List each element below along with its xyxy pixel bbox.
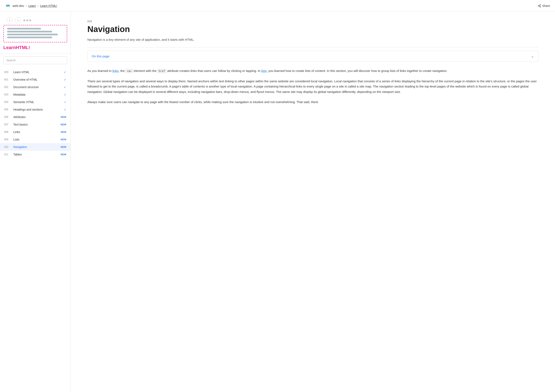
nav-item-left-007: 007Text basics xyxy=(4,123,28,126)
breadcrumb-nav: web.dev › Learn › Learn HTML! xyxy=(5,3,57,9)
breadcrumb-learn[interactable]: Learn xyxy=(29,4,36,7)
check-icon-005: ✓ xyxy=(64,108,66,111)
webdev-logo-icon[interactable] xyxy=(5,3,11,9)
dot-3 xyxy=(29,19,31,21)
search-input[interactable] xyxy=(3,56,67,64)
nav-item-left-004: 004Semantic HTML xyxy=(4,100,34,104)
sidebar-title-colored: HTML! xyxy=(16,45,30,50)
hero-line-3 xyxy=(7,34,58,35)
nav-num-008: 008 xyxy=(4,130,10,133)
back-button[interactable]: ‹ xyxy=(7,17,13,23)
nav-item-000[interactable]: 000Learn HTML✓ xyxy=(0,68,71,76)
hero-line-1 xyxy=(7,28,41,29)
nav-item-left-006: 006Attributes xyxy=(4,115,26,119)
content-para-1: As you learned in links, the <a> element… xyxy=(87,68,538,74)
a-code: <a> xyxy=(125,69,133,73)
nav-label-002: Document structure xyxy=(13,86,39,89)
svg-point-1 xyxy=(538,5,539,6)
on-this-page-toggle[interactable]: On this page ⌄ xyxy=(87,51,538,62)
nav-label-010: Navigation xyxy=(13,145,27,149)
site-name[interactable]: web.dev xyxy=(13,4,24,7)
svg-point-2 xyxy=(540,6,541,7)
content-para-3: Always make sure users can navigate to a… xyxy=(87,99,538,105)
sidebar: ‹ › LearnHTML! 000L xyxy=(0,12,71,392)
nav-item-007[interactable]: 007Text basicsNEW xyxy=(0,121,71,128)
nav-item-006[interactable]: 006AttributesNEW xyxy=(0,113,71,121)
links-link[interactable]: links xyxy=(112,69,119,72)
nav-item-009[interactable]: 009ListsNEW xyxy=(0,136,71,143)
svg-line-3 xyxy=(539,6,540,7)
content-para-2: There are several types of navigation an… xyxy=(87,78,538,95)
main-content: 010 Navigation Navigation is a key eleme… xyxy=(71,12,555,392)
nav-item-008[interactable]: 008LinksNEW xyxy=(0,128,71,136)
nav-label-001: Overview of HTML xyxy=(13,78,37,81)
nav-num-001: 001 xyxy=(4,78,10,81)
sidebar-title-plain: Learn xyxy=(3,45,16,50)
nav-label-004: Semantic HTML xyxy=(13,100,34,104)
main-layout: ‹ › LearnHTML! 000L xyxy=(0,12,555,392)
nav-num-003: 003 xyxy=(4,93,10,96)
nav-num-011: 011 xyxy=(4,153,10,156)
nav-item-011[interactable]: 011TablesNEW xyxy=(0,151,71,158)
content-intro: Navigation is a key element of any site … xyxy=(87,37,538,42)
nav-num-006: 006 xyxy=(4,115,10,119)
check-icon-000: ✓ xyxy=(64,71,66,74)
new-badge-009: NEW xyxy=(61,138,66,141)
nav-list: 000Learn HTML✓001Overview of HTML✓002Doc… xyxy=(0,67,71,160)
nav-label-011: Tables xyxy=(13,153,22,156)
forward-button[interactable]: › xyxy=(15,17,21,23)
nav-label-000: Learn HTML xyxy=(13,71,29,74)
chevron-down-icon: ⌄ xyxy=(531,54,534,58)
new-badge-011: NEW xyxy=(61,153,66,156)
new-badge-007: NEW xyxy=(61,123,66,126)
nav-item-005[interactable]: 005Headings and sections✓ xyxy=(0,106,71,113)
breadcrumb-learn-html[interactable]: Learn HTML! xyxy=(40,4,57,7)
nav-num-002: 002 xyxy=(4,86,10,89)
new-badge-006: NEW xyxy=(61,116,66,118)
share-label: Share xyxy=(542,4,550,7)
new-badge-008: NEW xyxy=(61,131,66,133)
lists-link[interactable]: lists xyxy=(261,69,267,72)
nav-item-004[interactable]: 004Semantic HTML✓ xyxy=(0,98,71,106)
nav-item-001[interactable]: 001Overview of HTML✓ xyxy=(0,76,71,83)
browse-controls: ‹ › xyxy=(3,16,67,25)
nav-label-005: Headings and sections xyxy=(13,108,43,111)
check-icon-004: ✓ xyxy=(64,100,66,104)
nav-item-002[interactable]: 002Document structure✓ xyxy=(0,83,71,91)
nav-item-left-011: 011Tables xyxy=(4,153,22,156)
nav-item-010[interactable]: 010NavigationNEW xyxy=(0,143,71,151)
share-icon xyxy=(538,4,541,7)
nav-item-left-003: 003Metadata xyxy=(4,93,25,96)
nav-item-left-002: 002Document structure xyxy=(4,86,39,89)
nav-item-left-009: 009Lists xyxy=(4,138,19,141)
svg-line-4 xyxy=(539,5,540,6)
nav-num-007: 007 xyxy=(4,123,10,126)
nav-num-004: 004 xyxy=(4,101,10,104)
nav-label-003: Metadata xyxy=(13,93,25,96)
nav-label-007: Text basics xyxy=(13,123,28,126)
nav-label-009: Lists xyxy=(13,138,19,141)
on-this-page-label: On this page xyxy=(92,54,110,58)
hero-line-4 xyxy=(7,36,52,38)
sidebar-search-container xyxy=(3,56,67,64)
share-button[interactable]: Share xyxy=(538,4,550,7)
nav-num-000: 000 xyxy=(4,71,10,74)
content-number: 010 xyxy=(87,20,538,23)
check-icon-002: ✓ xyxy=(64,86,66,89)
nav-num-009: 009 xyxy=(4,138,10,141)
hero-line-2 xyxy=(7,31,52,32)
logo-area: web.dev xyxy=(5,3,24,9)
content-body: As you learned in links, the <a> element… xyxy=(87,68,538,105)
nav-label-008: Links xyxy=(13,130,20,134)
nav-item-left-010: 010Navigation xyxy=(4,145,27,149)
check-icon-003: ✓ xyxy=(64,93,66,96)
breadcrumb-sep-1: › xyxy=(26,4,27,7)
window-dots xyxy=(23,19,31,21)
href-code: href xyxy=(157,69,166,73)
nav-num-010: 010 xyxy=(4,145,10,148)
nav-item-003[interactable]: 003Metadata✓ xyxy=(0,91,71,98)
topbar: web.dev › Learn › Learn HTML! Share xyxy=(0,0,555,12)
dot-1 xyxy=(23,19,25,21)
sidebar-hero: ‹ › LearnHTML! xyxy=(0,12,71,54)
nav-item-left-008: 008Links xyxy=(4,130,20,134)
